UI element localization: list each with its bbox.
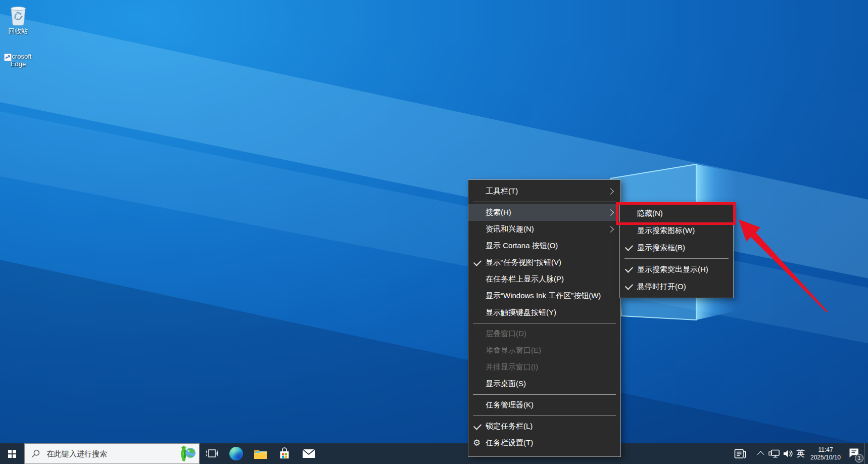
task-view-button[interactable] xyxy=(200,443,224,464)
menu-item-show-windows-ink-workspace-button[interactable]: 显示“Windows Ink 工作区”按钮(W) xyxy=(468,288,620,304)
menu-item-task-manager[interactable]: 任务管理器(K) xyxy=(468,397,620,413)
menu-separator xyxy=(473,394,616,395)
submenu-item-show-search-highlights[interactable]: 显示搜索突出显示(H) xyxy=(620,261,733,278)
shortcut-arrow-icon xyxy=(4,54,12,61)
taskbar-clock[interactable]: 11:47 2025/10/10 xyxy=(807,443,844,464)
ethernet-icon xyxy=(768,448,781,459)
chevron-right-icon xyxy=(607,188,614,195)
windows-logo-icon xyxy=(8,450,16,458)
menu-item-show-task-view-button[interactable]: 显示“任务视图”按钮(V) xyxy=(468,254,620,271)
check-icon xyxy=(473,258,481,266)
menu-item-show-windows-side-by-side: 并排显示窗口(I) xyxy=(468,359,620,376)
desktop-icon-recycle-bin[interactable]: 回收站 xyxy=(0,4,36,35)
start-button[interactable] xyxy=(0,443,24,464)
search-input[interactable] xyxy=(45,449,164,458)
taskbar-context-menu: 工具栏(T) 搜索(H) 资讯和兴趣(N) 显示 Cortana 按钮(O) 显… xyxy=(468,179,621,457)
menu-item-lock-taskbar[interactable]: 锁定任务栏(L) xyxy=(468,418,620,435)
menu-item-show-desktop[interactable]: 显示桌面(S) xyxy=(468,376,620,392)
menu-item-taskbar-settings[interactable]: ⚙ 任务栏设置(T) xyxy=(468,435,620,451)
check-icon xyxy=(625,282,633,290)
gear-icon: ⚙ xyxy=(473,438,480,448)
clock-date: 2025/10/10 xyxy=(810,454,841,461)
news-icon xyxy=(734,448,747,459)
action-center-button[interactable]: 1 xyxy=(844,443,864,464)
speaker-icon xyxy=(783,449,793,458)
taskbar-search-box[interactable] xyxy=(24,443,200,464)
menu-separator xyxy=(473,202,616,202)
submenu-item-show-search-box[interactable]: 显示搜索框(B) xyxy=(620,239,733,256)
ime-language-indicator[interactable]: 英 xyxy=(794,443,807,464)
check-icon xyxy=(473,422,481,430)
menu-item-show-windows-stacked: 堆叠显示窗口(E) xyxy=(468,342,620,359)
menu-item-toolbars[interactable]: 工具栏(T) xyxy=(468,183,620,200)
chevron-right-icon xyxy=(607,209,614,216)
taskbar-edge-button[interactable] xyxy=(224,443,248,464)
file-explorer-icon xyxy=(254,448,267,459)
edge-icon xyxy=(229,447,243,460)
microsoft-store-icon xyxy=(278,447,291,460)
recycle-bin-icon xyxy=(8,4,28,26)
taskbar: 英 11:47 2025/10/10 1 xyxy=(0,443,868,464)
menu-item-show-touch-keyboard-button[interactable]: 显示触摸键盘按钮(Y) xyxy=(468,304,620,321)
check-icon xyxy=(625,243,633,251)
desktop-icon-label: 回收站 xyxy=(9,27,28,35)
menu-separator xyxy=(473,323,616,323)
menu-item-search[interactable]: 搜索(H) xyxy=(468,204,620,221)
menu-item-news-and-interests[interactable]: 资讯和兴趣(N) xyxy=(468,221,620,238)
mail-icon xyxy=(302,449,315,458)
notification-count-badge: 1 xyxy=(855,454,863,462)
search-icon xyxy=(31,449,40,458)
show-desktop-button[interactable] xyxy=(864,443,868,464)
chevron-right-icon xyxy=(607,226,614,233)
windows-desktop: 回收站 Microsoft Edge xyxy=(0,0,868,464)
menu-separator xyxy=(624,258,729,259)
check-icon xyxy=(625,264,633,272)
desktop-wallpaper xyxy=(0,0,868,464)
desktop-icon-microsoft-edge[interactable]: Microsoft Edge xyxy=(0,53,36,68)
taskbar-microsoft-store-button[interactable] xyxy=(272,443,297,464)
taskbar-mail-button[interactable] xyxy=(297,443,321,464)
news-and-interests-button[interactable] xyxy=(731,443,750,464)
network-tray-icon[interactable] xyxy=(768,443,781,464)
search-highlights-icon xyxy=(177,446,197,462)
menu-item-show-cortana-button[interactable]: 显示 Cortana 按钮(O) xyxy=(468,238,620,254)
submenu-item-open-on-hover[interactable]: 悬停时打开(O) xyxy=(620,278,733,295)
task-view-icon xyxy=(206,448,218,459)
menu-item-cascade-windows: 层叠窗口(D) xyxy=(468,326,620,342)
annotation-highlight-box xyxy=(616,202,736,225)
taskbar-file-explorer-button[interactable] xyxy=(248,443,272,464)
menu-separator xyxy=(473,415,616,416)
chevron-up-icon xyxy=(757,451,764,458)
show-hidden-icons-button[interactable] xyxy=(755,443,768,464)
volume-tray-icon[interactable] xyxy=(781,443,794,464)
clock-time: 11:47 xyxy=(818,446,833,454)
menu-item-show-people-on-taskbar[interactable]: 在任务栏上显示人脉(P) xyxy=(468,271,620,288)
